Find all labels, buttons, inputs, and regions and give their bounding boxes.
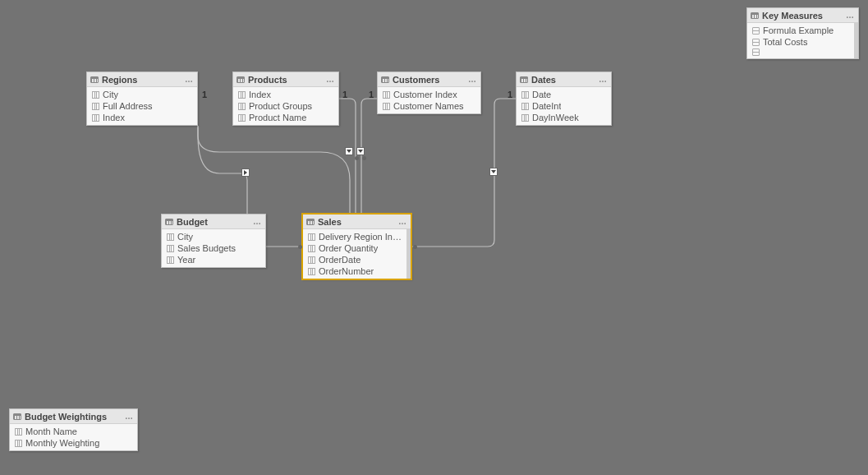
table-icon xyxy=(751,12,759,19)
field-row[interactable]: Monthly Weighting xyxy=(10,437,137,449)
column-icon xyxy=(383,103,390,110)
many-side-dot xyxy=(298,245,302,249)
table-customers[interactable]: Customers … Customer Index Customer Name… xyxy=(377,71,481,114)
table-header[interactable]: Products … xyxy=(233,72,338,87)
table-title: Regions xyxy=(102,75,181,85)
column-icon xyxy=(383,91,390,99)
measure-icon xyxy=(752,39,760,46)
table-title: Budget xyxy=(177,217,250,227)
field-row[interactable]: OrderDate xyxy=(303,254,411,265)
table-header[interactable]: Key Measures … xyxy=(747,8,858,23)
field-list: City Full Address Index xyxy=(87,87,197,125)
filter-arrow-icon xyxy=(345,147,353,155)
field-row[interactable]: Index xyxy=(87,112,197,123)
field-row[interactable]: DayInWeek xyxy=(517,112,611,123)
field-list: Date DateInt DayInWeek xyxy=(517,87,611,125)
table-header[interactable]: Budget Weightings … xyxy=(10,409,137,424)
field-row[interactable]: Product Groups xyxy=(233,100,338,112)
column-icon xyxy=(15,428,22,436)
column-icon xyxy=(521,103,529,110)
field-row[interactable]: Order Quantity xyxy=(303,242,411,254)
field-row[interactable]: Date xyxy=(517,89,611,100)
field-row[interactable]: OrderNumber xyxy=(303,265,411,277)
cardinality-dates: 1 xyxy=(507,90,512,99)
field-row[interactable]: Formula Example xyxy=(747,25,858,36)
column-icon xyxy=(15,440,22,447)
table-title: Products xyxy=(248,75,323,85)
column-icon xyxy=(308,268,315,275)
table-products[interactable]: Products … Index Product Groups Product … xyxy=(232,71,339,126)
more-icon[interactable]: … xyxy=(326,75,335,84)
field-list: Customer Index Customer Names xyxy=(378,87,480,113)
filter-arrow-icon xyxy=(241,168,250,177)
table-title: Customers xyxy=(393,75,465,85)
column-icon xyxy=(167,256,174,264)
cardinality-regions: 1 xyxy=(202,90,207,99)
column-icon xyxy=(521,91,529,99)
table-icon xyxy=(306,219,315,225)
field-row[interactable] xyxy=(747,48,858,57)
field-row[interactable]: Sales Budgets xyxy=(162,242,265,254)
field-list: Index Product Groups Product Name xyxy=(233,87,338,125)
table-header[interactable]: Budget … xyxy=(162,214,265,229)
table-title: Budget Weightings xyxy=(25,412,122,422)
table-icon xyxy=(165,219,173,225)
field-list: Delivery Region Index Order Quantity Ord… xyxy=(303,229,411,279)
model-canvas[interactable]: Regions … City Full Address Index Produc… xyxy=(0,0,868,475)
rel-regions-budget xyxy=(198,126,247,214)
measure-icon xyxy=(752,27,760,35)
field-list: Formula Example Total Costs xyxy=(747,23,858,58)
more-icon[interactable]: … xyxy=(398,217,407,226)
column-icon xyxy=(167,245,174,252)
more-icon[interactable]: … xyxy=(125,412,134,421)
field-list: City Sales Budgets Year xyxy=(162,229,265,267)
field-row[interactable]: Year xyxy=(162,254,265,265)
rel-regions-sales xyxy=(198,126,350,214)
more-icon[interactable]: … xyxy=(468,75,477,84)
table-key-measures[interactable]: Key Measures … Formula Example Total Cos… xyxy=(746,7,859,59)
table-header[interactable]: Dates … xyxy=(517,72,611,87)
table-dates[interactable]: Dates … Date DateInt DayInWeek xyxy=(516,71,612,126)
column-icon xyxy=(238,114,246,122)
table-icon xyxy=(90,76,99,83)
table-budget-weightings[interactable]: Budget Weightings … Month Name Monthly W… xyxy=(9,408,138,451)
field-row[interactable]: Customer Index xyxy=(378,89,480,100)
column-icon xyxy=(167,233,174,241)
field-row[interactable]: DateInt xyxy=(517,100,611,112)
many-side-dot xyxy=(413,245,417,249)
table-title: Dates xyxy=(531,75,595,85)
more-icon[interactable]: … xyxy=(846,11,855,20)
column-icon xyxy=(238,91,246,99)
field-row[interactable]: Month Name xyxy=(10,426,137,437)
field-row[interactable]: Customer Names xyxy=(378,100,480,112)
field-row[interactable]: Full Address xyxy=(87,100,197,112)
column-icon xyxy=(308,245,315,252)
column-icon xyxy=(92,114,99,122)
table-icon xyxy=(237,76,245,83)
cardinality-products: 1 xyxy=(342,90,347,99)
field-row[interactable]: Product Name xyxy=(233,112,338,123)
field-row[interactable]: City xyxy=(87,89,197,100)
field-row[interactable]: Index xyxy=(233,89,338,100)
table-budget[interactable]: Budget … City Sales Budgets Year xyxy=(161,214,266,268)
column-icon xyxy=(92,103,99,110)
field-row[interactable]: Total Costs xyxy=(747,36,858,48)
field-row[interactable]: Delivery Region Index xyxy=(303,231,411,242)
many-side-dot xyxy=(355,156,359,160)
column-icon xyxy=(308,233,315,241)
table-header[interactable]: Regions … xyxy=(87,72,197,87)
table-header[interactable]: Sales … xyxy=(303,214,411,229)
table-title: Key Measures xyxy=(762,11,843,21)
table-icon xyxy=(520,76,528,83)
rel-products-sales xyxy=(339,99,356,214)
table-header[interactable]: Customers … xyxy=(378,72,480,87)
column-icon xyxy=(308,256,315,264)
more-icon[interactable]: … xyxy=(599,75,608,84)
more-icon[interactable]: … xyxy=(185,75,194,84)
more-icon[interactable]: … xyxy=(253,217,262,226)
cardinality-customers: 1 xyxy=(369,90,374,99)
field-row[interactable]: City xyxy=(162,231,265,242)
table-icon xyxy=(13,413,21,420)
table-regions[interactable]: Regions … City Full Address Index xyxy=(86,71,198,126)
table-sales[interactable]: Sales … Delivery Region Index Order Quan… xyxy=(302,214,411,279)
